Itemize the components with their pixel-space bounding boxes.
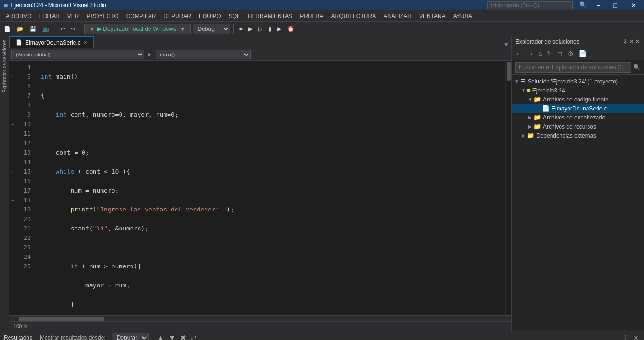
header-folder-label: Archivos de encabezado (543, 114, 605, 121)
header-arrow[interactable]: ▶ (527, 115, 533, 120)
zoom-value[interactable]: 100 % (13, 323, 28, 329)
run-debugger-btn[interactable]: ► ▶ Depurador local de Windows ▼ (84, 24, 191, 34)
menu-item-editar[interactable]: EDITAR (36, 12, 64, 20)
tab-dropdown-btn[interactable]: ▼ (502, 41, 511, 48)
code-line-10: num = numero; (41, 186, 511, 195)
se-forward-btn[interactable]: → (525, 49, 535, 58)
menu-item-prueba[interactable]: PRUEBA (296, 12, 327, 20)
save-btn[interactable]: 💾 (28, 25, 38, 33)
output-title: Resultados (4, 334, 32, 340)
menu-item-compilar[interactable]: COMPILAR (122, 12, 160, 20)
se-pin-controls[interactable]: ⇩ ⨯ ✕ (623, 38, 640, 45)
title-bar-controls[interactable]: 🔍 − □ ✕ (487, 1, 640, 9)
code-content[interactable]: int main() { int cont, numero=0, mayor, … (35, 61, 511, 315)
ext-deps-arrow[interactable]: ▶ (520, 133, 527, 138)
menu-item-archivo[interactable]: ARCHIVO (2, 12, 36, 20)
redo-btn[interactable]: ↪ (69, 25, 77, 33)
scope-dropdown[interactable]: (Ámbito global) (11, 50, 144, 59)
code-line-5: { (41, 91, 511, 101)
output-scroll-up-btn[interactable]: ▲ (156, 333, 166, 340)
se-pin-btn[interactable]: ⇩ (623, 38, 628, 45)
se-search: 🔍 (512, 60, 644, 75)
undo-btn[interactable]: ↩ (58, 25, 67, 33)
project-arrow[interactable]: ▼ (520, 88, 527, 93)
run-dropdown-arrow[interactable]: ▼ (180, 26, 186, 32)
resources-arrow[interactable]: ▶ (527, 124, 533, 129)
header-folder-icon: 📁 (533, 114, 541, 121)
solution-arrow[interactable]: ▼ (513, 79, 520, 84)
se-show-files-btn[interactable]: 📄 (577, 49, 588, 58)
tree-item-ext-deps[interactable]: ▶ 📁 Dependencias externas (512, 131, 644, 140)
menu-item-depurar[interactable]: DEPURAR (159, 12, 195, 20)
tree-item-source-file[interactable]: 📄 ElmayorDeunaSerie.c (512, 104, 644, 113)
tab-elmayordeunaserie[interactable]: 📄 ElmayorDeunaSerie.c ✕ (9, 36, 94, 48)
nav-icon-btn[interactable]: ► (145, 51, 155, 58)
menu-item-ventana[interactable]: VENTANA (415, 12, 449, 20)
tab-label: ElmayorDeunaSerie.c (25, 39, 81, 46)
server-explorer-label[interactable]: Explorador de servidores (2, 38, 7, 94)
toolbar-btn-extra5[interactable]: ▶ (275, 25, 283, 33)
menu-item-sql[interactable]: SQL (225, 12, 244, 20)
toolbar-btn-extra6[interactable]: ⏰ (285, 25, 296, 33)
ext-deps-icon: 📁 (527, 132, 534, 139)
se-home-btn[interactable]: ⌂ (536, 49, 544, 58)
source-folder-label: Archivos de código fuente (543, 96, 608, 103)
tree-item-source-folder[interactable]: ▼ 📁 Archivos de código fuente (512, 95, 644, 104)
quick-launch-input[interactable] (487, 1, 573, 9)
title-bar: ■ Ejercicio3.24 - Microsoft Visual Studi… (0, 0, 644, 10)
method-dropdown[interactable]: main() (156, 50, 251, 59)
code-line-6: int cont, numero=0, mayor, num=0; (41, 110, 511, 119)
output-pin-btn[interactable]: ⇩ (621, 333, 630, 340)
toolbar-btn-extra2[interactable]: ▶ (246, 25, 254, 33)
c-file-icon: 📄 (542, 105, 550, 112)
output-close-btn[interactable]: ✕ (632, 333, 640, 340)
se-collapse-btn[interactable]: ◻ (555, 49, 565, 58)
toolbar-btn-extra4[interactable]: ▮ (266, 25, 273, 33)
output-clear-btn[interactable]: ✖ (179, 333, 187, 340)
maximize-btn[interactable]: □ (610, 1, 621, 9)
output-filter-dropdown[interactable]: Depurar (112, 333, 149, 340)
code-editor[interactable]: − − − − (9, 61, 511, 315)
menu-item-proyecto[interactable]: PROYECTO (83, 12, 122, 20)
source-arrow[interactable]: ▼ (527, 97, 533, 102)
config-dropdown[interactable]: Debug Release (193, 24, 230, 34)
menu-item-herramientas[interactable]: HERRAMIENTAS (244, 12, 296, 20)
se-auto-hide-btn[interactable]: ⨯ (629, 38, 634, 45)
code-line-16: } (41, 300, 511, 309)
menu-item-arquitectura[interactable]: ARQUITECTURA (327, 12, 380, 20)
nav-bar: (Ámbito global) ► main() (9, 48, 511, 61)
separator-2 (81, 24, 81, 34)
close-btn[interactable]: ✕ (627, 1, 640, 9)
toolbar-btn-extra3[interactable]: ▷ (256, 25, 264, 33)
se-title: Explorador de soluciones (515, 38, 579, 45)
toolbar-btn-extra1[interactable]: ■ (237, 25, 244, 33)
bottom-scrollbar[interactable] (9, 315, 511, 321)
solution-label: Solución 'Ejercicio3.24' (1 proyecto) (528, 78, 618, 85)
se-search-input[interactable] (515, 62, 631, 73)
editor-area: 📄 ElmayorDeunaSerie.c ✕ ▼ (Ámbito global… (9, 36, 511, 331)
code-line-4: int main() (41, 72, 511, 82)
new-file-btn[interactable]: 📄 (2, 25, 13, 33)
menu-item-equipo[interactable]: EQUIPO (195, 12, 225, 20)
code-line-8: cont = 0; (41, 148, 511, 157)
minimize-btn[interactable]: − (592, 1, 604, 9)
menu-item-analizar[interactable]: ANALIZAR (380, 12, 415, 20)
file-arrow (535, 106, 542, 111)
output-word-wrap-btn[interactable]: ⇄ (189, 333, 198, 340)
tree-item-solution[interactable]: ▼ ☰ Solución 'Ejercicio3.24' (1 proyecto… (512, 77, 644, 86)
se-refresh-btn[interactable]: ↻ (545, 49, 554, 58)
menu-item-ayuda[interactable]: AYUDA (449, 12, 476, 20)
vertical-scrollbar[interactable] (505, 61, 511, 315)
save-all-btn[interactable]: 📺 (40, 25, 51, 33)
code-gutter: − − − − (9, 61, 16, 315)
se-back-btn[interactable]: ← (513, 49, 524, 58)
tab-close-btn[interactable]: ✕ (84, 39, 88, 46)
se-close-btn[interactable]: ✕ (635, 38, 640, 45)
output-scroll-down-btn[interactable]: ▼ (168, 333, 177, 340)
tree-item-project[interactable]: ▼ ■ Ejercicio3.24 (512, 86, 644, 95)
se-properties-btn[interactable]: ⚙ (566, 49, 576, 58)
open-file-btn[interactable]: 📂 (15, 25, 26, 33)
tree-item-header-folder[interactable]: ▶ 📁 Archivos de encabezado (512, 113, 644, 122)
menu-item-ver[interactable]: VER (64, 12, 83, 20)
tree-item-resources-folder[interactable]: ▶ 📁 Archivos de recursos (512, 122, 644, 131)
